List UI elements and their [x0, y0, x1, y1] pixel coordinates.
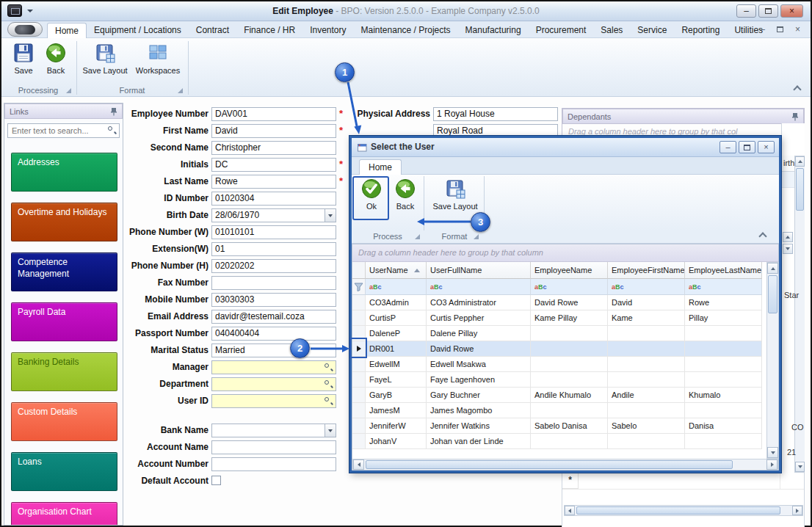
required-asterisk: * [339, 159, 343, 170]
user-id-field[interactable] [211, 394, 336, 408]
second-name-field[interactable]: Christopher [211, 141, 336, 155]
row-selector-cell[interactable] [352, 434, 366, 449]
grid-row-jamesm[interactable]: JamesMJames Magombo [352, 403, 766, 418]
collapse-ribbon-icon[interactable] [758, 232, 766, 240]
account-name-field[interactable] [211, 440, 336, 454]
lookup-magnifier-icon[interactable] [324, 363, 333, 372]
column-header-employeelastname[interactable]: EmployeeLastName [685, 262, 762, 279]
dialog-back-button[interactable]: Back [390, 178, 421, 211]
id-number-field[interactable]: 01020304 [211, 192, 336, 206]
lookup-magnifier-icon[interactable] [324, 379, 333, 389]
mobile-number-field[interactable]: 03030303 [211, 293, 336, 307]
default-account-checkbox[interactable] [211, 476, 221, 485]
row-selector-cell[interactable] [352, 310, 366, 326]
grid-row-edwellm[interactable]: EdwellMEdwell Msakwa [352, 357, 766, 372]
birth-date-label: Birth Date [110, 208, 209, 222]
manager-field[interactable] [211, 360, 336, 374]
row-selector-cell[interactable] [352, 418, 366, 434]
cell-employeelastname: Rowe [685, 295, 762, 310]
dialog-maximize-button[interactable] [739, 141, 755, 153]
grid-row-garyb[interactable]: GaryBGary BuchnerAndile KhumaloAndileKhu… [352, 388, 766, 403]
birth-date-field[interactable]: 28/06/1970 [211, 208, 336, 222]
fragment-scroll-down-button[interactable] [783, 244, 793, 254]
last-name-field[interactable]: Rowe [211, 175, 336, 189]
selected-row-highlight [349, 338, 367, 358]
group-launcher-icon[interactable] [415, 234, 420, 239]
fragment-horizontal-scrollbar[interactable] [564, 505, 803, 516]
grid-filter-row: aBcaBcaBcaBcaBc [352, 279, 762, 295]
phone-number-w-field[interactable]: 01010101 [211, 225, 336, 239]
cell-username: GaryB [366, 388, 427, 403]
cell-username: JenniferW [366, 418, 427, 434]
grid-row-curtisp[interactable]: CurtisPCurtis PeppherKame PillayKamePill… [352, 310, 766, 326]
field-value: DC [215, 159, 322, 171]
passport-number-field[interactable]: 040400404 [211, 327, 336, 341]
pin-icon[interactable] [791, 112, 799, 121]
initials-field[interactable]: DC [211, 158, 336, 172]
fragment-scroll-up-button[interactable] [783, 232, 793, 242]
grid-row-fayel[interactable]: FayeLFaye Lagenhoven [352, 372, 766, 388]
marital-status-field[interactable]: Married [211, 344, 336, 357]
abc-filter-icon: aBc [430, 283, 443, 291]
dropdown-button[interactable] [325, 209, 336, 222]
account-name-label: Account Name [110, 440, 209, 454]
cell-userfullname: David Rowe [427, 341, 531, 357]
grid-horizontal-scrollbar[interactable] [352, 459, 778, 470]
auto-filter-cell-employeelastname[interactable]: aBc [685, 279, 762, 295]
row-selector-cell[interactable] [352, 403, 366, 418]
auto-filter-cell-userfullname[interactable]: aBc [427, 279, 531, 295]
lookup-magnifier-icon[interactable] [324, 396, 333, 406]
row-selector-cell[interactable] [352, 372, 366, 388]
dropdown-button[interactable] [325, 424, 336, 437]
cell-userfullname: CO3 Administrator [427, 295, 531, 310]
grid-row-dr001[interactable]: DR001David Rowe [352, 341, 766, 357]
id-number-label: ID Number [110, 192, 209, 206]
row-selector-cell[interactable] [352, 295, 366, 310]
row-selector-cell[interactable] [352, 357, 366, 372]
employee-number-field[interactable]: DAV001 [211, 107, 336, 121]
physical-address-line1-field[interactable]: 1 Royal House [433, 107, 558, 121]
column-header-username[interactable]: UserName [366, 262, 427, 279]
callout-3: 3 [471, 212, 490, 232]
phone-number-h-field[interactable]: 02020202 [211, 259, 336, 273]
auto-filter-cell-username[interactable]: aBc [366, 279, 427, 295]
field-value: 01020304 [215, 192, 322, 205]
auto-filter-cell-employeename[interactable]: aBc [531, 279, 608, 295]
first-name-field[interactable]: David [211, 124, 336, 138]
email-address-field[interactable]: davidr@testemail.coza [211, 310, 336, 324]
column-header-userfullname[interactable]: UserFullName [427, 262, 531, 279]
auto-filter-cell-employeefirstname[interactable]: aBc [608, 279, 685, 295]
chevron-down-icon [328, 214, 333, 217]
dialog-close-button[interactable]: × [758, 141, 775, 153]
extension-w-field[interactable]: 01 [211, 242, 336, 256]
grid-vertical-scrollbar[interactable] [766, 262, 779, 459]
marital-status-label: Marital Status [110, 344, 209, 357]
column-header-employeename[interactable]: EmployeeName [531, 262, 608, 279]
row-selector-cell[interactable] [352, 388, 366, 403]
dialog-minimize-button[interactable]: – [719, 141, 736, 153]
phone-number-w-label: Phone Number (W) [110, 225, 209, 239]
field-value: 28/06/1970 [215, 209, 322, 222]
column-header-employeefirstname[interactable]: EmployeeFirstName [608, 262, 685, 279]
dependants-drag-hint: Drag a column header here to group by th… [568, 127, 781, 136]
grid-row-dalenep[interactable]: DalenePDalene Pillay [352, 326, 766, 341]
manager-label: Manager [110, 360, 209, 374]
new-row-indicator: * [562, 473, 579, 489]
bank-name-field[interactable] [211, 424, 336, 437]
grid-row-johanv[interactable]: JohanVJohan van der Linde [352, 434, 766, 449]
cell-employeelastname [685, 403, 762, 418]
department-field[interactable] [211, 377, 336, 391]
field-value: 02020202 [215, 260, 322, 272]
dialog-save-layout-button[interactable]: Save Layout [429, 178, 481, 211]
grid-row-jenniferw[interactable]: JenniferWJennifer WatkinsSabelo DanisaSa… [352, 418, 766, 434]
abc-filter-icon: aBc [369, 283, 382, 291]
dialog-tab-home[interactable]: Home [359, 159, 402, 175]
filter-selector-cell [352, 279, 366, 295]
fax-number-field[interactable] [211, 276, 336, 290]
cell-employeefirstname: Andile [608, 388, 685, 403]
account-number-field[interactable] [211, 457, 336, 471]
cell-username: JamesM [366, 403, 427, 418]
field-value: davidr@testemail.coza [215, 310, 322, 323]
group-launcher-icon[interactable] [474, 234, 479, 239]
grid-row-co3admin[interactable]: CO3AdminCO3 AdministratorDavid RoweDavid… [352, 295, 766, 310]
